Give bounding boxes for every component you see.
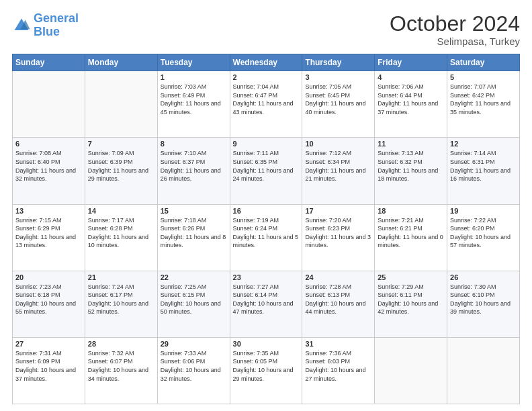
day-number: 7 bbox=[88, 140, 154, 148]
logo-icon bbox=[12, 16, 31, 35]
day-number: 16 bbox=[233, 207, 300, 215]
day-number: 15 bbox=[161, 207, 227, 215]
day-number: 21 bbox=[88, 273, 154, 281]
day-number: 19 bbox=[450, 207, 517, 215]
table-row: 28Sunrise: 7:32 AM Sunset: 6:07 PM Dayli… bbox=[85, 337, 157, 404]
table-row: 20Sunrise: 7:23 AM Sunset: 6:18 PM Dayli… bbox=[13, 271, 85, 337]
table-row: 27Sunrise: 7:31 AM Sunset: 6:09 PM Dayli… bbox=[13, 337, 85, 404]
day-info: Sunrise: 7:27 AM Sunset: 6:14 PM Dayligh… bbox=[233, 283, 300, 316]
logo-line1: General bbox=[34, 11, 79, 25]
table-row: 1Sunrise: 7:03 AM Sunset: 6:49 PM Daylig… bbox=[157, 71, 230, 138]
day-info: Sunrise: 7:05 AM Sunset: 6:45 PM Dayligh… bbox=[305, 83, 371, 116]
day-info: Sunrise: 7:24 AM Sunset: 6:17 PM Dayligh… bbox=[88, 283, 154, 316]
table-row bbox=[447, 337, 520, 404]
day-number: 27 bbox=[15, 340, 82, 348]
title-block: October 2024 Selimpasa, Turkey bbox=[390, 12, 520, 47]
calendar-week-row: 20Sunrise: 7:23 AM Sunset: 6:18 PM Dayli… bbox=[13, 271, 520, 337]
day-number: 11 bbox=[378, 140, 444, 148]
col-tuesday: Tuesday bbox=[157, 54, 230, 71]
table-row: 25Sunrise: 7:29 AM Sunset: 6:11 PM Dayli… bbox=[375, 271, 447, 337]
day-number: 2 bbox=[233, 73, 300, 81]
header: General Blue October 2024 Selimpasa, Tur… bbox=[12, 12, 520, 47]
day-info: Sunrise: 7:11 AM Sunset: 6:35 PM Dayligh… bbox=[233, 149, 300, 183]
day-number: 9 bbox=[233, 140, 300, 148]
day-number: 31 bbox=[305, 340, 371, 348]
day-info: Sunrise: 7:04 AM Sunset: 6:47 PM Dayligh… bbox=[233, 83, 300, 116]
day-number: 25 bbox=[378, 273, 444, 281]
day-number: 14 bbox=[88, 207, 154, 215]
col-saturday: Saturday bbox=[447, 54, 520, 71]
table-row: 3Sunrise: 7:05 AM Sunset: 6:45 PM Daylig… bbox=[302, 71, 375, 138]
day-info: Sunrise: 7:28 AM Sunset: 6:13 PM Dayligh… bbox=[305, 283, 371, 316]
table-row: 6Sunrise: 7:08 AM Sunset: 6:40 PM Daylig… bbox=[13, 138, 85, 204]
day-number: 5 bbox=[450, 73, 517, 81]
month-title: October 2024 bbox=[390, 12, 520, 36]
day-info: Sunrise: 7:25 AM Sunset: 6:15 PM Dayligh… bbox=[161, 283, 227, 316]
day-info: Sunrise: 7:12 AM Sunset: 6:34 PM Dayligh… bbox=[305, 149, 371, 183]
day-info: Sunrise: 7:06 AM Sunset: 6:44 PM Dayligh… bbox=[378, 83, 444, 116]
day-info: Sunrise: 7:20 AM Sunset: 6:23 PM Dayligh… bbox=[305, 216, 371, 250]
col-thursday: Thursday bbox=[302, 54, 375, 71]
day-info: Sunrise: 7:19 AM Sunset: 6:24 PM Dayligh… bbox=[233, 216, 300, 250]
table-row: 10Sunrise: 7:12 AM Sunset: 6:34 PM Dayli… bbox=[302, 138, 375, 204]
day-info: Sunrise: 7:23 AM Sunset: 6:18 PM Dayligh… bbox=[15, 283, 82, 316]
day-info: Sunrise: 7:09 AM Sunset: 6:39 PM Dayligh… bbox=[88, 149, 154, 183]
day-info: Sunrise: 7:18 AM Sunset: 6:26 PM Dayligh… bbox=[161, 216, 227, 250]
table-row: 16Sunrise: 7:19 AM Sunset: 6:24 PM Dayli… bbox=[230, 204, 302, 271]
table-row: 14Sunrise: 7:17 AM Sunset: 6:28 PM Dayli… bbox=[85, 204, 157, 271]
day-info: Sunrise: 7:22 AM Sunset: 6:20 PM Dayligh… bbox=[450, 216, 517, 250]
calendar-week-row: 6Sunrise: 7:08 AM Sunset: 6:40 PM Daylig… bbox=[13, 138, 520, 204]
day-info: Sunrise: 7:17 AM Sunset: 6:28 PM Dayligh… bbox=[88, 216, 154, 250]
day-number: 8 bbox=[161, 140, 227, 148]
table-row: 13Sunrise: 7:15 AM Sunset: 6:29 PM Dayli… bbox=[13, 204, 85, 271]
day-info: Sunrise: 7:13 AM Sunset: 6:32 PM Dayligh… bbox=[378, 149, 444, 183]
table-row bbox=[85, 71, 157, 138]
day-info: Sunrise: 7:14 AM Sunset: 6:31 PM Dayligh… bbox=[450, 149, 517, 183]
col-monday: Monday bbox=[85, 54, 157, 71]
table-row: 18Sunrise: 7:21 AM Sunset: 6:21 PM Dayli… bbox=[375, 204, 447, 271]
day-info: Sunrise: 7:15 AM Sunset: 6:29 PM Dayligh… bbox=[15, 216, 82, 250]
table-row: 24Sunrise: 7:28 AM Sunset: 6:13 PM Dayli… bbox=[302, 271, 375, 337]
table-row: 21Sunrise: 7:24 AM Sunset: 6:17 PM Dayli… bbox=[85, 271, 157, 337]
day-number: 4 bbox=[378, 73, 444, 81]
table-row: 19Sunrise: 7:22 AM Sunset: 6:20 PM Dayli… bbox=[447, 204, 520, 271]
day-number: 10 bbox=[305, 140, 371, 148]
table-row: 29Sunrise: 7:33 AM Sunset: 6:06 PM Dayli… bbox=[157, 337, 230, 404]
day-number: 18 bbox=[378, 207, 444, 215]
day-number: 22 bbox=[161, 273, 227, 281]
table-row: 12Sunrise: 7:14 AM Sunset: 6:31 PM Dayli… bbox=[447, 138, 520, 204]
day-number: 24 bbox=[305, 273, 371, 281]
table-row: 4Sunrise: 7:06 AM Sunset: 6:44 PM Daylig… bbox=[375, 71, 447, 138]
day-info: Sunrise: 7:07 AM Sunset: 6:42 PM Dayligh… bbox=[450, 83, 517, 116]
day-number: 30 bbox=[233, 340, 300, 348]
calendar-week-row: 27Sunrise: 7:31 AM Sunset: 6:09 PM Dayli… bbox=[13, 337, 520, 404]
day-info: Sunrise: 7:29 AM Sunset: 6:11 PM Dayligh… bbox=[378, 283, 444, 316]
day-info: Sunrise: 7:08 AM Sunset: 6:40 PM Dayligh… bbox=[15, 149, 82, 183]
table-row: 5Sunrise: 7:07 AM Sunset: 6:42 PM Daylig… bbox=[447, 71, 520, 138]
day-number: 6 bbox=[15, 140, 82, 148]
col-friday: Friday bbox=[375, 54, 447, 71]
day-info: Sunrise: 7:21 AM Sunset: 6:21 PM Dayligh… bbox=[378, 216, 444, 250]
table-row bbox=[13, 71, 85, 138]
day-number: 1 bbox=[161, 73, 227, 81]
calendar-table: Sunday Monday Tuesday Wednesday Thursday… bbox=[12, 54, 520, 404]
day-number: 29 bbox=[161, 340, 227, 348]
table-row: 11Sunrise: 7:13 AM Sunset: 6:32 PM Dayli… bbox=[375, 138, 447, 204]
day-number: 12 bbox=[450, 140, 517, 148]
day-number: 26 bbox=[450, 273, 517, 281]
day-number: 17 bbox=[305, 207, 371, 215]
calendar-week-row: 1Sunrise: 7:03 AM Sunset: 6:49 PM Daylig… bbox=[13, 71, 520, 138]
day-info: Sunrise: 7:32 AM Sunset: 6:07 PM Dayligh… bbox=[88, 349, 154, 383]
table-row bbox=[375, 337, 447, 404]
logo-text: General Blue bbox=[34, 12, 79, 39]
logo-line2: Blue bbox=[34, 25, 60, 38]
col-wednesday: Wednesday bbox=[230, 54, 302, 71]
day-info: Sunrise: 7:10 AM Sunset: 6:37 PM Dayligh… bbox=[161, 149, 227, 183]
table-row: 9Sunrise: 7:11 AM Sunset: 6:35 PM Daylig… bbox=[230, 138, 302, 204]
subtitle: Selimpasa, Turkey bbox=[390, 36, 520, 47]
day-info: Sunrise: 7:35 AM Sunset: 6:05 PM Dayligh… bbox=[233, 349, 300, 383]
day-info: Sunrise: 7:03 AM Sunset: 6:49 PM Dayligh… bbox=[161, 83, 227, 116]
table-row: 8Sunrise: 7:10 AM Sunset: 6:37 PM Daylig… bbox=[157, 138, 230, 204]
table-row: 26Sunrise: 7:30 AM Sunset: 6:10 PM Dayli… bbox=[447, 271, 520, 337]
day-info: Sunrise: 7:30 AM Sunset: 6:10 PM Dayligh… bbox=[450, 283, 517, 316]
